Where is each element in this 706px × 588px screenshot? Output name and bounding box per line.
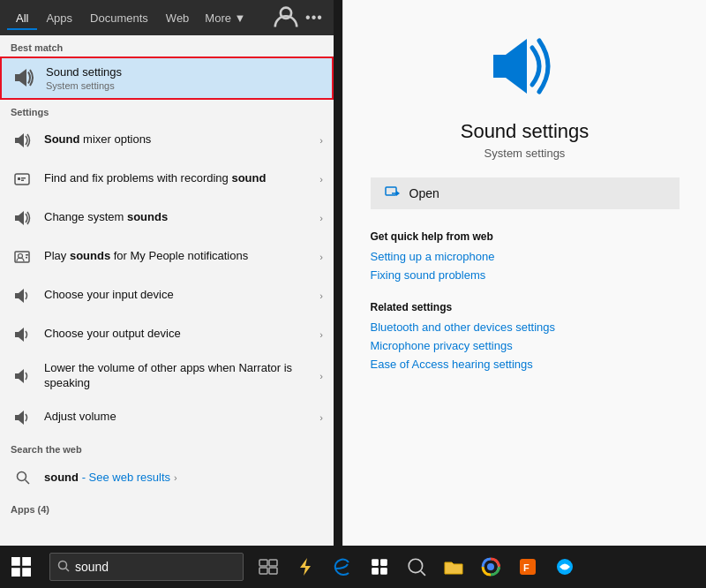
link-microphone-setup[interactable]: Setting up a microphone [371, 250, 680, 263]
svg-rect-32 [11, 568, 20, 577]
more-options-icon[interactable]: ••• [302, 5, 327, 30]
start-button[interactable] [0, 549, 42, 584]
result-web-search[interactable]: sound - See web results › [0, 458, 334, 497]
result-output-device-text: Choose your output device [44, 327, 316, 342]
taskbar-search-input[interactable] [75, 560, 216, 574]
quick-help-title: Get quick help from web [371, 230, 680, 243]
web-query: sound [44, 471, 79, 484]
svg-rect-43 [372, 568, 379, 575]
result-output-device-title: Choose your output device [44, 327, 316, 342]
svg-point-34 [59, 561, 67, 569]
svg-point-48 [487, 563, 494, 570]
tab-documents[interactable]: Documents [81, 6, 157, 30]
svg-rect-3 [15, 138, 19, 143]
link-fixing-sound[interactable]: Fixing sound problems [371, 268, 680, 282]
result-input-device-title: Choose your input device [44, 288, 316, 303]
result-system-sounds[interactable]: Change system sounds › [0, 199, 334, 237]
arrow-icon-7: › [319, 371, 323, 381]
taskbar-icons: F [251, 549, 582, 584]
svg-point-45 [409, 559, 422, 572]
link-ease-of-access[interactable]: Ease of Access hearing settings [371, 358, 680, 371]
svg-marker-28 [396, 191, 400, 196]
best-match-label: Best match [0, 35, 334, 57]
arrow-web: › [174, 472, 177, 483]
svg-marker-40 [300, 558, 311, 576]
result-my-people[interactable]: Play sounds for My People notifications … [0, 237, 334, 276]
arrow-icon-2: › [319, 174, 323, 185]
svg-rect-19 [15, 373, 19, 379]
link-bluetooth[interactable]: Bluetooth and other devices settings [371, 320, 680, 334]
settings-label: Settings [0, 100, 334, 121]
svg-marker-4 [19, 133, 24, 147]
svg-rect-13 [26, 254, 28, 256]
web-search-text: sound - See web results [44, 471, 170, 484]
link-microphone-privacy[interactable]: Microphone privacy settings [371, 339, 680, 352]
result-system-sounds-text: Change system sounds [44, 210, 316, 225]
result-adjust-volume-text: Adjust volume [44, 410, 316, 425]
svg-rect-36 [259, 560, 267, 566]
result-output-device[interactable]: Choose your output device › [0, 315, 334, 354]
store-icon[interactable] [362, 549, 397, 584]
svg-line-46 [421, 571, 425, 576]
volume-icon-2 [11, 206, 35, 230]
result-input-device-text: Choose your input device [44, 288, 316, 303]
sound-large-icon [490, 35, 560, 109]
taskbar-search-icon [57, 560, 70, 575]
folder-icon[interactable] [436, 549, 471, 584]
volume-icon-5 [11, 364, 35, 388]
result-adjust-volume[interactable]: Adjust volume › [0, 398, 334, 437]
see-results: - See web results [82, 471, 170, 484]
quick-help-section: Get quick help from web Setting up a mic… [371, 230, 680, 287]
volume-icon-6 [11, 405, 35, 430]
result-lower-volume-text: Lower the volume of other apps when Narr… [44, 361, 316, 391]
result-my-people-text: Play sounds for My People notifications [44, 249, 316, 264]
task-view-icon[interactable] [251, 549, 286, 584]
svg-rect-15 [15, 293, 19, 298]
result-recording-problems[interactable]: Find and fix problems with recording sou… [0, 160, 334, 199]
chrome-icon[interactable] [473, 549, 508, 584]
result-sound-mixer[interactable]: Sound mixer options › [0, 121, 334, 160]
network-icon[interactable] [547, 549, 582, 584]
result-recording-title: Find and fix problems with recording sou… [44, 171, 316, 186]
svg-marker-16 [19, 289, 24, 303]
svg-rect-14 [26, 257, 27, 259]
related-settings-title: Related settings [371, 301, 680, 313]
tab-web[interactable]: Web [157, 6, 199, 30]
tab-apps[interactable]: Apps [37, 6, 81, 30]
svg-rect-42 [380, 559, 387, 566]
taskbar: F [0, 546, 706, 588]
tab-all[interactable]: All [7, 6, 37, 30]
svg-rect-21 [15, 415, 19, 420]
search-web-icon [11, 465, 35, 490]
svg-rect-17 [15, 332, 19, 337]
arrow-icon-6: › [319, 329, 323, 340]
result-lower-volume[interactable]: Lower the volume of other apps when Narr… [0, 354, 334, 398]
svg-rect-9 [15, 215, 19, 221]
arrow-icon-1: › [319, 135, 323, 146]
result-best-match[interactable]: Sound settings System settings [0, 57, 334, 100]
result-input-device[interactable]: Choose your input device › [0, 276, 334, 315]
files-icon[interactable]: F [510, 549, 545, 584]
cortana-icon[interactable] [399, 549, 434, 584]
svg-marker-22 [19, 411, 24, 425]
svg-marker-18 [19, 328, 24, 342]
best-match-title: Sound settings [46, 65, 321, 80]
taskbar-search-box[interactable] [49, 553, 244, 581]
svg-rect-25 [493, 55, 506, 78]
svg-rect-5 [15, 174, 29, 185]
result-recording-text: Find and fix problems with recording sou… [44, 171, 316, 186]
tab-more[interactable]: More ▼ [198, 6, 252, 30]
open-button[interactable]: Open [371, 177, 680, 209]
right-panel-subtitle: System settings [484, 147, 566, 160]
lightning-icon[interactable] [288, 549, 323, 584]
result-system-sounds-title: Change system sounds [44, 210, 316, 225]
svg-rect-8 [21, 179, 24, 181]
arrow-icon-3: › [319, 213, 323, 223]
best-match-text: Sound settings System settings [46, 65, 321, 91]
svg-rect-39 [269, 568, 277, 574]
svg-line-24 [26, 479, 30, 484]
right-panel: Sound settings System settings Open Get … [342, 0, 706, 546]
user-icon[interactable] [274, 5, 298, 30]
edge-icon[interactable] [325, 549, 360, 584]
svg-rect-1 [15, 74, 19, 81]
